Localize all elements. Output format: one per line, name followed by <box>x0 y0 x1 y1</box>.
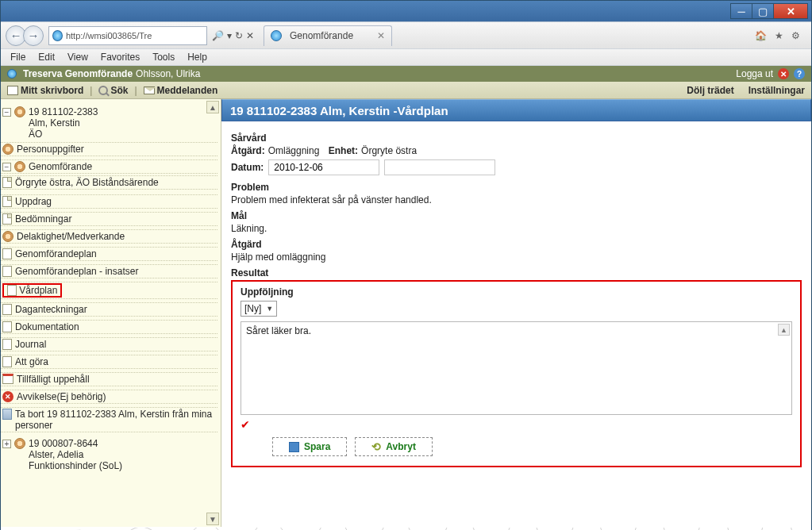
cancel-button[interactable]: ⟲Avbryt <box>355 437 433 456</box>
desktop-icon <box>7 86 18 95</box>
atgard-heading: Åtgärd <box>231 239 802 250</box>
collapse-icon[interactable]: − <box>2 163 11 171</box>
error-icon: ✕ <box>2 391 13 402</box>
torn-edge-decoration <box>1 527 811 530</box>
minimize-button[interactable]: ─ <box>730 3 752 19</box>
url-input[interactable] <box>66 31 203 40</box>
browser-tab[interactable]: Genomförande ✕ <box>264 25 392 46</box>
menubar: File Edit View Favorites Tools Help <box>1 48 811 66</box>
tree-uppdrag[interactable]: Uppdrag <box>1 194 217 209</box>
toolbar-messages[interactable]: Meddelanden <box>144 85 218 96</box>
home-icon[interactable]: 🏠 <box>755 30 767 41</box>
person-icon <box>14 106 25 117</box>
file-icon <box>2 213 12 225</box>
menu-file[interactable]: File <box>10 52 25 63</box>
sarvard-heading: Sårvård <box>231 132 802 144</box>
tree-delaktighet[interactable]: Delaktighet/Medverkande <box>1 229 217 244</box>
expand-icon[interactable]: + <box>2 440 11 448</box>
tab-favicon-icon <box>271 30 282 41</box>
app-header: Treserva Genomförande Ohlsson, Ulrika Lo… <box>1 66 811 82</box>
menu-help[interactable]: Help <box>187 52 207 63</box>
tree-person-1[interactable]: − 19 811102-2383Alm, KerstinÄO <box>1 106 221 140</box>
tab-close-icon[interactable]: ✕ <box>377 30 385 41</box>
logout-icon[interactable]: ✕ <box>778 68 789 79</box>
search-icon <box>98 86 108 95</box>
uppfoljning-heading: Uppföljning <box>241 286 792 298</box>
favorites-star-icon[interactable]: ★ <box>775 30 783 41</box>
menu-edit[interactable]: Edit <box>38 52 55 63</box>
toolbar-hide-tree[interactable]: Dölj trädet <box>687 85 733 96</box>
textarea-scroll-up[interactable]: ▲ <box>778 324 790 336</box>
tree-tillfalligt[interactable]: Tillfälligt uppehåll <box>1 372 217 386</box>
menu-view[interactable]: View <box>67 52 88 63</box>
datum-label: Datum: <box>231 162 264 173</box>
dropdown-icon[interactable]: ▾ <box>227 30 232 41</box>
tree-dokumentation[interactable]: Dokumentation <box>1 320 217 334</box>
tree-bedomningar[interactable]: Bedömningar <box>1 212 217 226</box>
undo-icon: ⟲ <box>371 440 381 453</box>
tree-genomforandeplan-insatser[interactable]: Genomförandeplan - insatser <box>1 264 217 278</box>
person-icon <box>14 161 25 172</box>
logout-link[interactable]: Logga ut <box>736 68 773 79</box>
tree-orgryte[interactable]: Örgryte östra, ÄO Biståndsärende <box>1 175 217 190</box>
tree-ta-bort[interactable]: Ta bort 19 811102-2383 Alm, Kerstin från… <box>1 407 217 432</box>
address-bar[interactable] <box>48 26 207 45</box>
tree-journal[interactable]: Journal <box>1 337 217 351</box>
app-toolbar: Mitt skrivbord | Sök | Meddelanden Dölj … <box>1 82 811 99</box>
help-icon[interactable]: ? <box>794 68 805 79</box>
search-icon[interactable]: 🔎 <box>212 30 224 41</box>
maximize-button[interactable]: ▢ <box>752 3 774 19</box>
datum-input-2[interactable] <box>384 159 495 175</box>
select-value: [Ny] <box>244 303 261 314</box>
problem-text: Problem med infekterat sår på vänster ha… <box>231 194 802 205</box>
tab-label: Genomförande <box>290 30 353 41</box>
mail-icon <box>144 86 155 94</box>
tools-gear-icon[interactable]: ⚙ <box>791 30 800 41</box>
mal-text: Läkning. <box>231 223 802 234</box>
file-icon <box>2 248 12 259</box>
tree-avvikelse[interactable]: ✕Avvikelse(Ej behörig) <box>1 390 217 404</box>
tree-att-gora[interactable]: Att göra <box>1 355 217 369</box>
refresh-icon[interactable]: ↻ <box>235 30 243 41</box>
atgard-text: Hjälp med omläggning <box>231 252 802 263</box>
scroll-up-button[interactable]: ▲ <box>206 101 219 113</box>
app-name: Treserva Genomförande <box>23 68 133 79</box>
tree-genomforande[interactable]: −Genomförande <box>1 159 217 174</box>
tree-vardplan[interactable]: Vårdplan <box>1 282 217 299</box>
file-icon <box>7 285 17 296</box>
tree-genomforandeplan[interactable]: Genomförandeplan <box>1 247 217 261</box>
forward-button[interactable]: → <box>23 25 44 46</box>
tree-person-2[interactable]: + 19 000807-8644Alster, AdeliaFunktionsh… <box>1 437 221 472</box>
toolbar-search[interactable]: Sök <box>98 85 128 96</box>
file-icon <box>2 339 12 350</box>
uppfoljning-form: Uppföljning [Ny] ▼ Såret läker bra. ▲ ✔ … <box>231 280 802 467</box>
save-button[interactable]: Spara <box>272 437 347 456</box>
menu-favorites[interactable]: Favorites <box>101 52 140 63</box>
resultat-heading: Resultat <box>231 267 802 278</box>
chevron-down-icon: ▼ <box>266 305 273 313</box>
close-button[interactable]: ✕ <box>773 3 808 19</box>
calendar-icon <box>2 374 13 384</box>
spellcheck-icon[interactable]: ✔ <box>241 418 252 429</box>
collapse-icon[interactable]: − <box>2 108 11 117</box>
mal-heading: Mål <box>231 210 802 221</box>
menu-tools[interactable]: Tools <box>152 52 175 63</box>
toolbar-settings[interactable]: Inställningar <box>749 85 805 96</box>
scroll-down-button[interactable]: ▼ <box>206 513 219 525</box>
file-icon <box>2 177 12 188</box>
tree-personuppgifter[interactable]: Personuppgifter <box>1 142 217 156</box>
uppfoljning-select[interactable]: [Ny] ▼ <box>241 301 277 317</box>
person-icon <box>2 231 13 242</box>
toolbar-desktop[interactable]: Mitt skrivbord <box>7 85 83 96</box>
datum-input[interactable] <box>268 159 379 175</box>
uppfoljning-textarea[interactable]: Såret läker bra. ▲ <box>241 321 792 415</box>
app-logo-icon <box>7 69 17 79</box>
tree-daganteckningar[interactable]: Daganteckningar <box>1 302 217 317</box>
trash-icon <box>2 409 12 420</box>
file-icon <box>2 321 12 332</box>
file-icon <box>2 304 12 315</box>
stop-icon[interactable]: ✕ <box>246 30 254 41</box>
address-tools: 🔎 ▾ ↻ ✕ <box>207 30 259 41</box>
globe-icon <box>52 30 63 41</box>
file-icon <box>2 196 12 207</box>
